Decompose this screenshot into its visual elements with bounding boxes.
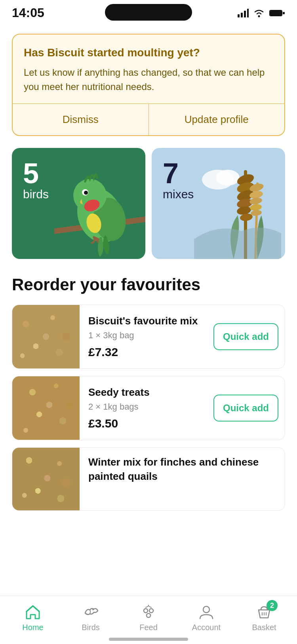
bottom-nav: Home Birds Feed bbox=[0, 596, 297, 644]
nav-birds[interactable]: Birds bbox=[71, 603, 110, 632]
svg-rect-6 bbox=[283, 12, 285, 14]
birds-word: birds bbox=[23, 188, 49, 201]
product-image-2 bbox=[12, 376, 80, 440]
feed-nav-label: Feed bbox=[139, 623, 158, 632]
home-label: Home bbox=[22, 623, 43, 632]
birds-nav-label: Birds bbox=[82, 623, 100, 632]
signal-icon bbox=[238, 9, 249, 17]
account-icon bbox=[198, 603, 215, 621]
product-card-2[interactable]: Seedy treats 2 × 1kg bags £3.50 Quick ad… bbox=[12, 376, 285, 440]
svg-point-15 bbox=[84, 191, 88, 195]
home-indicator bbox=[109, 638, 188, 641]
svg-point-35 bbox=[147, 613, 150, 617]
svg-rect-3 bbox=[247, 9, 249, 17]
mixes-count: 7 bbox=[163, 159, 194, 188]
feed-icon bbox=[140, 603, 157, 621]
svg-point-31 bbox=[250, 210, 262, 217]
basket-label: Basket bbox=[252, 623, 276, 632]
nav-account[interactable]: Account bbox=[187, 603, 226, 632]
product-info-3: Winter mix for finches and chinese paint… bbox=[80, 448, 285, 491]
mixes-label-group: 7 mixes bbox=[163, 159, 194, 201]
seed-texture-1 bbox=[12, 305, 80, 368]
dismiss-button[interactable]: Dismiss bbox=[13, 104, 149, 135]
product-info-2: Seedy treats 2 × 1kg bags £3.50 bbox=[80, 379, 213, 437]
svg-point-33 bbox=[144, 609, 148, 613]
battery-icon bbox=[269, 9, 285, 17]
alert-card: Has Biscuit started moulting yet? Let us… bbox=[12, 34, 285, 136]
svg-rect-8 bbox=[270, 11, 282, 15]
svg-rect-0 bbox=[238, 14, 240, 17]
birds-icon bbox=[82, 603, 99, 621]
quick-add-button-1[interactable]: Quick add bbox=[213, 323, 278, 350]
product-name-3: Winter mix for finches and chinese paint… bbox=[88, 455, 276, 484]
svg-rect-1 bbox=[241, 13, 243, 17]
birds-label-group: 5 birds bbox=[23, 159, 49, 201]
mixes-word: mixes bbox=[163, 188, 194, 201]
dynamic-island bbox=[105, 4, 192, 21]
product-image-3 bbox=[12, 448, 80, 511]
product-image-1 bbox=[12, 305, 80, 368]
basket-icon: 2 bbox=[255, 603, 273, 621]
product-price-2: £3.50 bbox=[88, 417, 205, 430]
product-qty-1: 1 × 3kg bag bbox=[88, 330, 205, 341]
grain-illustration bbox=[194, 160, 281, 259]
product-name-2: Seedy treats bbox=[88, 386, 205, 399]
nav-home[interactable]: Home bbox=[13, 603, 53, 632]
status-time: 14:05 bbox=[12, 6, 44, 20]
update-profile-button[interactable]: Update profile bbox=[149, 104, 285, 135]
product-card-1[interactable]: Biscuit's favourite mix 1 × 3kg bag £7.3… bbox=[12, 305, 285, 369]
svg-point-32 bbox=[92, 609, 94, 610]
section-title: Reorder your favourites bbox=[12, 275, 285, 295]
nav-basket[interactable]: 2 Basket bbox=[244, 603, 284, 632]
seed-texture-2 bbox=[12, 376, 80, 440]
basket-badge: 2 bbox=[267, 600, 278, 611]
product-info-1: Biscuit's favourite mix 1 × 3kg bag £7.3… bbox=[80, 307, 213, 366]
birds-stat-card[interactable]: 5 birds bbox=[12, 148, 145, 259]
alert-actions: Dismiss Update profile bbox=[13, 104, 284, 135]
alert-title: Has Biscuit started moulting yet? bbox=[24, 46, 273, 60]
quick-add-button-2[interactable]: Quick add bbox=[213, 395, 278, 422]
seed-texture-3 bbox=[12, 448, 80, 511]
svg-point-39 bbox=[203, 606, 209, 613]
svg-point-4 bbox=[258, 15, 260, 17]
alert-body: Has Biscuit started moulting yet? Let us… bbox=[13, 34, 284, 104]
stats-row: 5 birds bbox=[12, 148, 285, 259]
product-card-3[interactable]: Winter mix for finches and chinese paint… bbox=[12, 447, 285, 511]
product-name-1: Biscuit's favourite mix bbox=[88, 314, 205, 328]
account-label: Account bbox=[192, 623, 221, 632]
svg-line-37 bbox=[148, 606, 151, 608]
svg-line-36 bbox=[146, 606, 148, 608]
product-price-1: £7.32 bbox=[88, 345, 205, 359]
alert-text: Let us know if anything has changed, so … bbox=[24, 65, 273, 94]
product-list: Biscuit's favourite mix 1 × 3kg bag £7.3… bbox=[12, 305, 285, 511]
svg-rect-2 bbox=[244, 11, 246, 17]
svg-point-34 bbox=[149, 609, 153, 613]
status-icons bbox=[238, 9, 285, 17]
home-icon bbox=[24, 603, 42, 621]
wifi-icon bbox=[253, 9, 265, 17]
product-qty-2: 2 × 1kg bags bbox=[88, 402, 205, 412]
bird-illustration bbox=[54, 168, 145, 259]
mixes-stat-card[interactable]: 7 mixes bbox=[152, 148, 285, 259]
nav-feed[interactable]: Feed bbox=[129, 603, 168, 632]
svg-point-18 bbox=[216, 170, 240, 186]
birds-count: 5 bbox=[23, 159, 49, 188]
